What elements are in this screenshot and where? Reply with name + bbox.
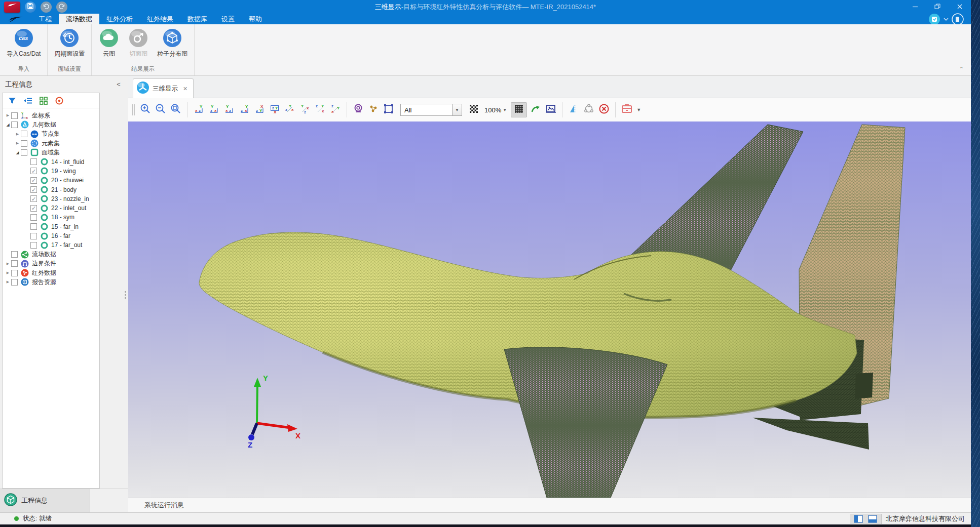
ribbon-button-clock[interactable]: 周期面设置	[51, 26, 88, 60]
menu-item-3[interactable]: 红外结果	[140, 14, 180, 24]
tree-row[interactable]: ✓21 - body	[3, 185, 99, 194]
tree-checkbox[interactable]	[11, 279, 18, 286]
ribbon-button-particles[interactable]: 粒子分布图	[154, 26, 191, 60]
ribbon-button-cas[interactable]: cas 导入Cas/Dat	[3, 26, 44, 60]
tree-expand-arrow[interactable]: ▶	[5, 113, 11, 117]
tree-expand-arrow[interactable]: ▶	[14, 132, 21, 136]
view-iso-2-button[interactable]: Yxz	[298, 102, 312, 117]
tree-row[interactable]: ▶报告资源	[3, 277, 99, 287]
tree-row[interactable]: ◢面域集	[3, 148, 99, 157]
tree-expand-arrow[interactable]: ◢	[14, 150, 21, 155]
tree-checkbox[interactable]	[30, 214, 37, 221]
camera-button[interactable]	[352, 102, 365, 117]
menu-item-6[interactable]: 帮助	[242, 14, 269, 24]
tree-row[interactable]: ✓22 - inlet_out	[3, 204, 99, 213]
tree-expand-arrow[interactable]: ▶	[14, 141, 21, 145]
tree-checkbox[interactable]: ✓	[30, 168, 37, 174]
cloud-display-button[interactable]	[582, 102, 595, 117]
mesh-grid-button[interactable]	[511, 102, 527, 117]
menu-item-1[interactable]: 流场数据	[59, 14, 99, 24]
menu-item-0[interactable]: 工程	[31, 14, 59, 24]
dock-bottom-toggle-button[interactable]	[868, 515, 877, 523]
tree-checkbox[interactable]	[30, 233, 37, 239]
redo-button[interactable]	[56, 2, 67, 13]
tree-expand-arrow[interactable]: ▶	[5, 280, 11, 284]
outline-icon[interactable]	[22, 95, 33, 106]
snapshot-button[interactable]	[544, 102, 557, 117]
tree-checkbox[interactable]: ✓	[30, 205, 37, 212]
view-top-button[interactable]: zYX	[253, 102, 266, 117]
transparency-button[interactable]	[467, 102, 480, 117]
save-button[interactable]	[25, 2, 36, 13]
view-bottom-button[interactable]: zYX	[268, 102, 281, 117]
dock-splitter[interactable]	[125, 291, 126, 299]
tree-checkbox[interactable]	[30, 158, 37, 165]
tree-row[interactable]: ▶红外数据	[3, 268, 99, 277]
particle-trace-button[interactable]	[367, 102, 380, 117]
theme-caret-icon[interactable]	[944, 17, 949, 21]
view-iso-1-button[interactable]: zYx	[283, 102, 296, 117]
tab-3d-display[interactable]: 三维显示 ✕	[133, 78, 194, 98]
mirror-button[interactable]	[567, 102, 580, 117]
combo-dropdown-icon[interactable]: ▼	[452, 104, 462, 115]
tree-checkbox[interactable]	[30, 223, 37, 230]
tree-row[interactable]: ✓19 - wing	[3, 167, 99, 176]
zoom-out-button[interactable]	[154, 102, 167, 117]
tab-close-icon[interactable]: ✕	[183, 86, 187, 92]
tree-row[interactable]: ▶节点集	[3, 130, 99, 139]
tree-checkbox[interactable]	[11, 251, 18, 258]
viewport-3d[interactable]: Y X Z	[128, 121, 971, 498]
tree-checkbox[interactable]: ✓	[30, 195, 37, 202]
zoom-level-selector[interactable]: 100% ▼	[484, 106, 507, 114]
panel-collapse-button[interactable]: <	[114, 80, 123, 88]
ribbon-button-slice[interactable]: 切面图	[124, 26, 153, 60]
close-button[interactable]	[949, 0, 971, 14]
tree-row[interactable]: ▶元素集	[3, 139, 99, 148]
save-scene-caret-icon[interactable]: ▼	[636, 107, 641, 112]
tree-checkbox[interactable]	[21, 131, 27, 137]
view-back-button[interactable]: zxY	[207, 102, 220, 117]
delete-result-button[interactable]	[597, 102, 611, 117]
ribbon-collapse-button[interactable]: ⌃	[959, 66, 964, 72]
tree-row[interactable]: 流场数据	[3, 250, 99, 259]
menu-item-2[interactable]: 红外分析	[99, 14, 140, 24]
tree-checkbox[interactable]	[11, 260, 18, 267]
dock-left-toggle-button[interactable]	[854, 515, 863, 523]
toolbar-drag-handle[interactable]	[132, 104, 135, 115]
tree-checkbox[interactable]	[30, 242, 37, 249]
bottom-tab-project-info[interactable]: 工程信息	[0, 489, 90, 512]
tree-checkbox[interactable]	[11, 121, 18, 128]
tree-row[interactable]: ◢几何数据	[3, 120, 99, 129]
tree-checkbox[interactable]: ✓	[30, 177, 37, 184]
zoom-in-button[interactable]	[139, 102, 152, 117]
menu-item-4[interactable]: 数据库	[180, 14, 214, 24]
menu-item-5[interactable]: 设置	[214, 14, 242, 24]
view-right-button[interactable]: zxY	[238, 102, 251, 117]
grid-view-icon[interactable]	[38, 95, 49, 106]
ribbon-button-cloud[interactable]: 云图	[95, 26, 123, 60]
filter-icon[interactable]	[7, 95, 18, 106]
tree-row[interactable]: ✓20 - chuiwei	[3, 176, 99, 185]
tree-row[interactable]: 15 - far_in	[3, 222, 99, 231]
zoom-fit-button[interactable]	[169, 102, 182, 117]
app-logo-button[interactable]	[4, 2, 20, 13]
tree-expand-arrow[interactable]: ▶	[5, 271, 11, 275]
tree-expand-arrow[interactable]: ◢	[5, 123, 11, 127]
tree-row[interactable]: ✓23 - nozzle_in	[3, 194, 99, 204]
tree-row[interactable]: 14 - int_fluid	[3, 157, 99, 166]
box-select-button[interactable]	[382, 102, 395, 117]
tree-checkbox[interactable]	[21, 149, 27, 156]
tree-checkbox[interactable]	[11, 270, 18, 276]
minimize-button[interactable]	[904, 0, 926, 14]
view-iso-4-button[interactable]: zxY	[329, 102, 342, 117]
export-button[interactable]	[529, 102, 542, 117]
help-book-icon[interactable]	[952, 13, 964, 25]
save-scene-button[interactable]	[620, 102, 633, 117]
tree-checkbox[interactable]	[21, 140, 27, 147]
view-left-button[interactable]: xzY	[222, 102, 236, 117]
display-filter-combobox[interactable]: All ▼	[400, 104, 462, 116]
tree-row[interactable]: ▶YZX坐标系	[3, 111, 99, 120]
theme-icon[interactable]	[928, 13, 940, 25]
view-front-button[interactable]: xzY	[192, 102, 205, 117]
undo-button[interactable]	[41, 2, 52, 13]
